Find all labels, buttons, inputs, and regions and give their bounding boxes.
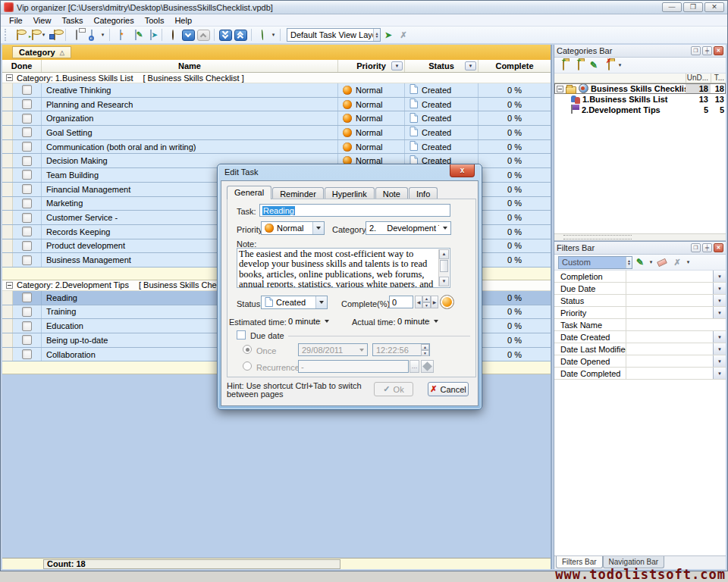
filter-value[interactable] <box>626 343 713 355</box>
column-header-undone[interactable]: UnD... <box>686 74 711 83</box>
new-task-button[interactable]: * <box>113 28 128 42</box>
minimize-button[interactable]: — <box>662 2 682 12</box>
category-tree-item[interactable]: 1.Business Skills List1313 <box>554 94 726 105</box>
done-checkbox[interactable] <box>22 213 32 223</box>
open-database-button[interactable]: ▸ <box>25 28 40 42</box>
clear-filter-button[interactable]: ✗ <box>670 255 685 270</box>
filter-value[interactable] <box>626 295 713 306</box>
menu-help[interactable]: Help <box>169 14 197 27</box>
cancel-button[interactable]: ✗Cancel <box>428 382 469 396</box>
menu-file[interactable]: File <box>4 14 28 27</box>
category-select[interactable]: 2.Development Tips <box>366 221 451 235</box>
group-by-category-button[interactable]: Category △ <box>12 46 71 58</box>
done-checkbox[interactable] <box>22 156 32 166</box>
once-time-updown[interactable]: ▲▼ <box>421 344 429 355</box>
column-header-name[interactable]: Name <box>42 60 338 72</box>
once-date-dropdown-arrow-icon[interactable] <box>356 344 367 355</box>
collapse-all-button[interactable] <box>233 28 248 42</box>
recurrence-input[interactable]: - <box>298 360 409 373</box>
category-dropdown-arrow-icon[interactable] <box>439 222 450 234</box>
apply-filter-button[interactable]: ✎ <box>632 255 648 270</box>
filter-dropdown-icon[interactable]: ▼ <box>713 355 726 367</box>
dialog-close-icon[interactable]: x <box>450 164 475 177</box>
filter-preset-select[interactable]: Custom▲▼ <box>558 256 632 269</box>
done-checkbox[interactable] <box>22 99 32 109</box>
dialog-tab-hyperlink[interactable]: Hyperlink <box>325 187 375 199</box>
filter-dropdown-icon[interactable]: ▼ <box>713 295 726 306</box>
complete-spinner[interactable]: ◀ ▲▼ ▶ <box>415 296 438 308</box>
show-done-button[interactable] <box>165 28 180 42</box>
once-date-select[interactable]: 29/08/2011 <box>298 343 368 356</box>
note-scrollbar[interactable]: ▲ ▼ <box>438 249 449 286</box>
done-checkbox[interactable] <box>22 85 32 95</box>
filter-preset-spinner-icon[interactable]: ▲▼ <box>626 257 632 268</box>
spin-left-icon[interactable]: ◀ <box>415 296 422 308</box>
filters-pin-icon[interactable]: ╪ <box>702 243 712 252</box>
done-checkbox[interactable] <box>22 307 32 317</box>
group-row[interactable]: Category: 1.Business Skills List[ Busine… <box>2 73 551 83</box>
menu-tasks[interactable]: Tasks <box>56 14 88 27</box>
collapse-tree-icon[interactable] <box>557 86 563 92</box>
done-checkbox[interactable] <box>22 114 32 124</box>
view-layout-button[interactable] <box>255 28 270 42</box>
layout-spinner-icon[interactable]: ▲▼ <box>373 29 380 41</box>
category-tree-item[interactable]: 2.Development Tips55 <box>554 105 726 115</box>
column-header-done[interactable]: Done <box>2 60 42 72</box>
note-textarea[interactable]: The easiest and the most cost-efficient … <box>237 248 450 288</box>
erase-filter-button[interactable] <box>654 255 670 270</box>
due-date-checkbox[interactable] <box>237 330 246 340</box>
done-checkbox[interactable] <box>22 293 32 302</box>
filter-dropdown-icon[interactable]: ▼ <box>713 331 726 343</box>
categories-toolbar-caret-icon[interactable]: ▾ <box>617 58 623 73</box>
column-header-total[interactable]: T... <box>711 74 726 83</box>
complete-input[interactable]: 0 <box>389 296 413 308</box>
actual-dropdown-arrow-icon[interactable] <box>430 314 441 327</box>
open-database-caret-icon[interactable]: ▾ <box>40 28 47 42</box>
menu-tools[interactable]: Tools <box>140 14 170 27</box>
time-up-icon[interactable]: ▲ <box>421 344 429 350</box>
edit-category-button[interactable]: ✎ <box>586 58 601 73</box>
filter-value[interactable] <box>626 319 726 330</box>
done-checkbox[interactable] <box>22 349 32 359</box>
layout-select[interactable]: Default Task View Layout▲▼ <box>287 28 381 42</box>
save-database-button[interactable] <box>47 28 62 42</box>
status-filter-button[interactable]: ▼ <box>465 61 476 70</box>
task-input[interactable]: Reading <box>259 204 450 217</box>
done-checkbox[interactable] <box>22 184 32 194</box>
filter-dropdown-icon[interactable]: ▼ <box>713 307 726 318</box>
priority-dropdown-arrow-icon[interactable] <box>312 222 324 234</box>
done-checkbox[interactable] <box>22 227 32 236</box>
print-caret-icon[interactable]: ▾ <box>99 28 106 42</box>
edit-task-button[interactable]: ✎ <box>128 28 143 42</box>
layout-caret-icon[interactable]: ▾ <box>270 28 277 42</box>
status-dropdown-arrow-icon[interactable] <box>315 296 327 308</box>
scroll-up-icon[interactable]: ▲ <box>439 249 449 259</box>
column-header-priority[interactable]: Priority▼ <box>338 60 405 72</box>
priority-filter-button[interactable]: ▼ <box>391 61 403 70</box>
filters-close-icon[interactable]: ✕ <box>714 243 723 252</box>
priority-select[interactable]: Normal <box>261 221 325 235</box>
filters-caret-icon[interactable]: ▾ <box>685 255 692 270</box>
filter-dropdown-icon[interactable]: ▼ <box>713 343 726 355</box>
new-subcategory-button[interactable]: + <box>571 58 586 73</box>
collapse-group-icon[interactable] <box>6 282 13 289</box>
dialog-tab-general[interactable]: General <box>227 186 271 199</box>
delete-category-button[interactable]: ✗ <box>601 58 617 73</box>
recurrence-diamond-button[interactable] <box>421 360 434 373</box>
menu-view[interactable]: View <box>28 14 57 27</box>
print-preview-button[interactable] <box>84 28 99 42</box>
restore-button[interactable]: ❐ <box>683 2 703 12</box>
dialog-tab-note[interactable]: Note <box>375 187 408 199</box>
task-row[interactable]: Goal SettingNormalCreated0 % <box>2 126 551 140</box>
scroll-thumb[interactable] <box>440 260 448 272</box>
done-checkbox[interactable] <box>22 241 32 251</box>
move-down-button[interactable] <box>180 28 196 42</box>
filters-restore-icon[interactable]: ❐ <box>691 243 701 252</box>
status-select[interactable]: Created <box>261 296 328 309</box>
done-checkbox[interactable] <box>22 142 32 152</box>
filter-dropdown-icon[interactable]: ▼ <box>713 283 726 294</box>
done-checkbox[interactable] <box>22 255 32 265</box>
print-button[interactable] <box>69 28 84 42</box>
filter-value[interactable] <box>626 283 713 294</box>
filter-value[interactable] <box>626 368 713 379</box>
